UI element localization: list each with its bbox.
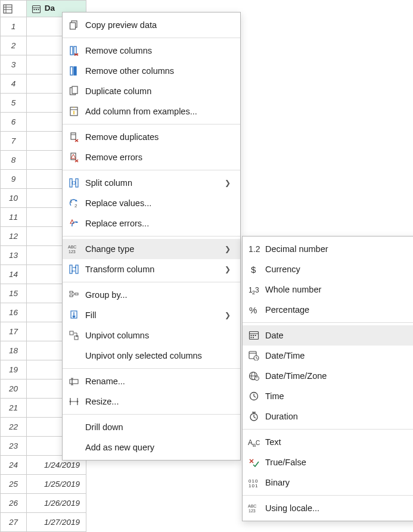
menu-duplicate-column[interactable]: Duplicate column xyxy=(63,81,240,101)
svg-text:123: 123 xyxy=(249,509,256,513)
type-locale[interactable]: ABC123 Using locale... xyxy=(243,498,413,518)
menu-fill[interactable]: Fill ❯ xyxy=(63,305,240,325)
type-decimal[interactable]: 1.2 Decimal number xyxy=(243,239,413,259)
row-header[interactable]: 19 xyxy=(1,360,27,379)
type-datetimezone[interactable]: Date/Time/Zone xyxy=(243,366,413,386)
type-percentage[interactable]: % Percentage xyxy=(243,300,413,320)
row-header[interactable]: 26 xyxy=(1,494,27,513)
row-header[interactable]: 22 xyxy=(1,418,27,437)
change-type-submenu: 1.2 Decimal number $ Currency 123 Whole … xyxy=(242,236,413,521)
menu-label: Drill down xyxy=(85,422,233,432)
row-header[interactable]: 1 xyxy=(1,17,27,36)
svg-rect-50 xyxy=(70,331,73,335)
row-header[interactable]: 24 xyxy=(1,456,27,475)
data-cell[interactable]: 1/26/2019 xyxy=(27,494,86,513)
row-header[interactable]: 27 xyxy=(1,513,27,532)
row-header[interactable]: 12 xyxy=(1,227,27,246)
menu-rename[interactable]: Rename... xyxy=(63,371,240,391)
calendar-icon xyxy=(32,4,41,14)
row-header[interactable]: 17 xyxy=(1,322,27,341)
menu-label: Text xyxy=(265,437,413,447)
menu-add-from-examples[interactable]: Add column from examples... xyxy=(63,101,240,122)
menu-label: Time xyxy=(265,391,413,401)
type-date[interactable]: Date xyxy=(243,325,413,346)
menu-replace-errors[interactable]: Replace errors... xyxy=(63,213,240,234)
menu-add-new-query[interactable]: Add as new query xyxy=(63,437,240,458)
menu-copy-preview[interactable]: Copy preview data xyxy=(63,15,240,35)
chevron-right-icon: ❯ xyxy=(225,245,233,253)
text-icon: ABC xyxy=(243,437,265,447)
decimal-icon: 1.2 xyxy=(243,244,265,254)
grid-corner[interactable] xyxy=(1,1,27,17)
type-currency[interactable]: $ Currency xyxy=(243,259,413,279)
copy-icon xyxy=(63,20,85,30)
svg-rect-41 xyxy=(76,265,78,273)
menu-remove-columns[interactable]: Remove columns xyxy=(63,41,240,61)
menu-remove-errors[interactable]: Remove errors xyxy=(63,147,240,167)
row-header[interactable]: 8 xyxy=(1,151,27,170)
type-time[interactable]: Time xyxy=(243,386,413,406)
menu-label: Group by... xyxy=(85,290,233,300)
type-bool[interactable]: True/False xyxy=(243,452,413,472)
menu-unpivot-selected[interactable]: Unpivot only selected columns xyxy=(63,346,240,366)
menu-group-by[interactable]: Group by... xyxy=(63,285,240,305)
row-header[interactable]: 11 xyxy=(1,208,27,227)
svg-rect-53 xyxy=(70,379,78,384)
type-duration[interactable]: Duration xyxy=(243,406,413,427)
type-datetime[interactable]: Date/Time xyxy=(243,346,413,366)
menu-remove-other-columns[interactable]: Remove other columns xyxy=(63,61,240,81)
type-binary[interactable]: 010101 Binary xyxy=(243,472,413,493)
menu-resize[interactable]: Resize... xyxy=(63,391,240,412)
row-header[interactable]: 21 xyxy=(1,399,27,418)
svg-rect-44 xyxy=(70,291,73,293)
row-header[interactable]: 18 xyxy=(1,341,27,360)
menu-change-type[interactable]: ABC123 Change type ❯ xyxy=(63,239,240,259)
row-header[interactable]: 5 xyxy=(1,94,27,113)
menu-label: Fill xyxy=(85,310,225,320)
svg-rect-10 xyxy=(70,23,76,29)
row-header[interactable]: 23 xyxy=(1,437,27,456)
menu-unpivot-columns[interactable]: Unpivot columns xyxy=(63,325,240,346)
row-header[interactable]: 2 xyxy=(1,36,27,55)
menu-label: Percentage xyxy=(265,305,413,315)
menu-transform-column[interactable]: Transform column ❯ xyxy=(63,259,240,279)
svg-rect-40 xyxy=(70,265,72,273)
row-header[interactable]: 3 xyxy=(1,55,27,74)
menu-replace-values[interactable]: 12 Replace values... xyxy=(63,193,240,213)
currency-icon: $ xyxy=(243,265,265,274)
remove-columns-icon xyxy=(63,45,85,56)
svg-text:1.2: 1.2 xyxy=(249,244,260,254)
svg-text:123: 123 xyxy=(69,250,76,254)
whole-number-icon: 123 xyxy=(243,285,265,294)
row-header[interactable]: 7 xyxy=(1,132,27,151)
data-cell[interactable]: 1/25/2019 xyxy=(27,475,86,494)
menu-label: Transform column xyxy=(85,265,225,274)
svg-rect-15 xyxy=(70,67,73,75)
row-header[interactable]: 25 xyxy=(1,475,27,494)
row-header[interactable]: 15 xyxy=(1,284,27,303)
percentage-icon: % xyxy=(243,305,265,315)
svg-rect-46 xyxy=(75,293,78,295)
menu-drill-down[interactable]: Drill down xyxy=(63,417,240,437)
data-cell[interactable]: 1/27/2019 xyxy=(27,513,86,532)
row-header[interactable]: 10 xyxy=(1,189,27,208)
svg-rect-72 xyxy=(255,335,256,336)
binary-icon: 010101 xyxy=(243,478,265,487)
row-header[interactable]: 9 xyxy=(1,170,27,189)
change-type-icon: ABC123 xyxy=(63,244,85,254)
row-header[interactable]: 16 xyxy=(1,303,27,322)
type-text[interactable]: ABC Text xyxy=(243,432,413,452)
row-header[interactable]: 4 xyxy=(1,74,27,94)
svg-rect-45 xyxy=(70,295,73,297)
menu-split-column[interactable]: Split column ❯ xyxy=(63,173,240,193)
row-header[interactable]: 14 xyxy=(1,265,27,284)
replace-errors-icon xyxy=(63,218,85,229)
menu-remove-duplicates[interactable]: Remove duplicates xyxy=(63,127,240,147)
svg-rect-7 xyxy=(36,9,37,10)
row-header[interactable]: 6 xyxy=(1,113,27,132)
row-header[interactable]: 13 xyxy=(1,246,27,265)
group-by-icon xyxy=(63,290,85,300)
row-header[interactable]: 20 xyxy=(1,379,27,399)
duration-icon xyxy=(243,412,265,421)
type-whole[interactable]: 123 Whole number xyxy=(243,279,413,300)
